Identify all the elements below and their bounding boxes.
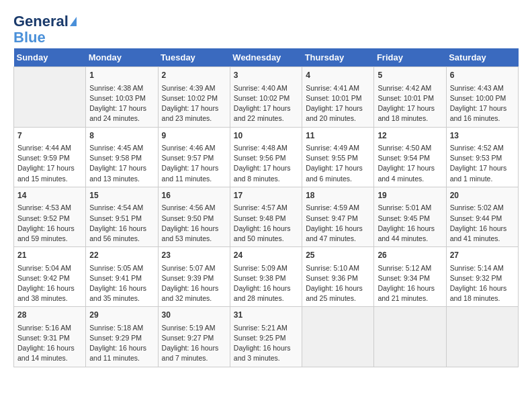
day-info-line: Sunset: 10:03 PM — [89, 93, 154, 103]
day-number: 31 — [234, 310, 298, 321]
day-info-line: Sunset: 9:27 PM — [162, 333, 226, 343]
day-info-line: and 3 minutes. — [234, 353, 298, 363]
day-info-line: Sunrise: 5:10 AM — [306, 263, 370, 273]
day-info-line: Sunset: 10:00 PM — [450, 93, 515, 103]
day-info-line: Sunset: 9:34 PM — [378, 273, 442, 283]
day-info-line: Sunrise: 4:57 AM — [234, 203, 298, 213]
day-info-line: and 1 minute. — [450, 174, 515, 184]
day-info-line: Sunrise: 4:53 AM — [17, 203, 82, 213]
day-info-line: Daylight: 16 hours — [162, 224, 226, 234]
day-info-line: Daylight: 16 hours — [378, 283, 442, 293]
day-info-line: and 22 minutes. — [234, 113, 298, 124]
day-number: 26 — [378, 250, 442, 261]
day-number: 12 — [378, 130, 442, 142]
day-info-line: and 23 minutes. — [162, 113, 226, 124]
day-info-line: Daylight: 16 hours — [450, 224, 515, 234]
day-number: 2 — [162, 70, 226, 81]
day-info-line: and 7 minutes. — [162, 353, 226, 363]
day-info-line: Daylight: 16 hours — [450, 283, 515, 293]
day-number: 27 — [450, 250, 515, 261]
day-info-line: Sunset: 9:25 PM — [234, 333, 298, 343]
calendar-cell: 19Sunrise: 5:01 AMSunset: 9:45 PMDayligh… — [374, 187, 446, 246]
logo-triangle-icon — [70, 17, 77, 26]
calendar-cell — [446, 307, 518, 367]
day-info-line: and 11 minutes. — [89, 353, 154, 363]
day-number: 6 — [450, 70, 515, 81]
day-info-line: Daylight: 17 hours — [17, 163, 82, 173]
day-info-line: and 47 minutes. — [306, 234, 370, 244]
day-info-line: Sunset: 9:51 PM — [89, 214, 154, 224]
day-info-line: and 18 minutes. — [450, 293, 515, 304]
calendar-cell: 27Sunrise: 5:14 AMSunset: 9:32 PMDayligh… — [446, 247, 518, 307]
day-info-line: and 13 minutes. — [89, 174, 154, 184]
day-info-line: Sunset: 10:02 PM — [234, 93, 298, 103]
day-info-line: Daylight: 16 hours — [89, 224, 154, 234]
day-info-line: Sunset: 9:31 PM — [17, 333, 82, 343]
calendar-cell — [302, 307, 374, 367]
day-info-line: Daylight: 17 hours — [450, 103, 515, 113]
day-info-line: and 24 minutes. — [89, 113, 154, 124]
calendar-cell: 28Sunrise: 5:16 AMSunset: 9:31 PMDayligh… — [14, 307, 86, 367]
day-info-line: and 56 minutes. — [89, 234, 154, 244]
day-info-line: Sunset: 10:02 PM — [162, 93, 226, 103]
day-number: 21 — [17, 250, 82, 261]
day-number: 3 — [234, 70, 298, 81]
calendar-week-row: 28Sunrise: 5:16 AMSunset: 9:31 PMDayligh… — [14, 307, 519, 367]
day-info-line: Sunrise: 4:41 AM — [306, 83, 370, 93]
day-info-line: and 25 minutes. — [306, 293, 370, 304]
day-info-line: Sunset: 10:01 PM — [306, 93, 370, 103]
logo-text-blue: Blue — [13, 30, 46, 46]
day-info-line: Daylight: 17 hours — [306, 103, 370, 113]
day-info-line: and 14 minutes. — [17, 353, 82, 363]
day-info-line: Daylight: 16 hours — [234, 224, 298, 234]
day-info-line: Sunrise: 4:50 AM — [378, 143, 442, 153]
day-info-line: Daylight: 17 hours — [378, 103, 442, 113]
calendar-week-row: 7Sunrise: 4:44 AMSunset: 9:59 PMDaylight… — [14, 127, 519, 187]
day-info-line: Sunset: 9:56 PM — [234, 153, 298, 163]
day-info-line: Daylight: 16 hours — [17, 283, 82, 293]
calendar-cell: 31Sunrise: 5:21 AMSunset: 9:25 PMDayligh… — [230, 307, 302, 367]
day-number: 17 — [234, 190, 298, 201]
day-info-line: Daylight: 16 hours — [17, 224, 82, 234]
day-number: 28 — [17, 310, 82, 321]
weekday-header-friday: Friday — [374, 48, 446, 67]
day-info-line: Sunrise: 4:49 AM — [306, 143, 370, 153]
day-info-line: and 32 minutes. — [162, 293, 226, 304]
calendar-cell: 20Sunrise: 5:02 AMSunset: 9:44 PMDayligh… — [446, 187, 518, 246]
day-info-line: Daylight: 17 hours — [162, 163, 226, 173]
day-info-line: Sunset: 9:55 PM — [306, 153, 370, 163]
day-info-line: Sunrise: 4:40 AM — [234, 83, 298, 93]
day-info-line: Sunrise: 4:38 AM — [89, 83, 154, 93]
weekday-header-tuesday: Tuesday — [158, 48, 230, 67]
weekday-header-saturday: Saturday — [446, 48, 518, 67]
day-info-line: Sunrise: 4:59 AM — [306, 203, 370, 213]
day-number: 29 — [89, 310, 154, 321]
day-info-line: Sunrise: 4:52 AM — [450, 143, 515, 153]
calendar-week-row: 1Sunrise: 4:38 AMSunset: 10:03 PMDayligh… — [14, 67, 519, 127]
day-info-line: Daylight: 17 hours — [450, 163, 515, 173]
day-number: 10 — [234, 130, 298, 142]
calendar-cell: 15Sunrise: 4:54 AMSunset: 9:51 PMDayligh… — [86, 187, 158, 246]
day-info-line: Sunset: 9:45 PM — [378, 214, 442, 224]
calendar-cell: 1Sunrise: 4:38 AMSunset: 10:03 PMDayligh… — [86, 67, 158, 127]
day-info-line: Sunset: 9:58 PM — [89, 153, 154, 163]
day-info-line: Daylight: 16 hours — [378, 224, 442, 234]
day-info-line: Sunset: 9:41 PM — [89, 273, 154, 283]
day-number: 14 — [17, 190, 82, 201]
page-header: General Blue — [13, 13, 519, 46]
calendar-cell: 30Sunrise: 5:19 AMSunset: 9:27 PMDayligh… — [158, 307, 230, 367]
day-info-line: Sunrise: 5:05 AM — [89, 263, 154, 273]
day-info-line: and 6 minutes. — [306, 174, 370, 184]
day-info-line: Sunrise: 4:42 AM — [378, 83, 442, 93]
day-info-line: Daylight: 16 hours — [306, 224, 370, 234]
day-info-line: and 38 minutes. — [17, 293, 82, 304]
day-number: 4 — [306, 70, 370, 81]
calendar-cell: 13Sunrise: 4:52 AMSunset: 9:53 PMDayligh… — [446, 127, 518, 187]
day-info-line: Sunrise: 5:04 AM — [17, 263, 82, 273]
day-info-line: Sunrise: 4:46 AM — [162, 143, 226, 153]
day-number: 19 — [378, 190, 442, 201]
day-info-line: Sunset: 9:42 PM — [17, 273, 82, 283]
day-info-line: Daylight: 16 hours — [162, 343, 226, 353]
day-info-line: and 15 minutes. — [17, 174, 82, 184]
day-info-line: Sunset: 9:52 PM — [17, 214, 82, 224]
